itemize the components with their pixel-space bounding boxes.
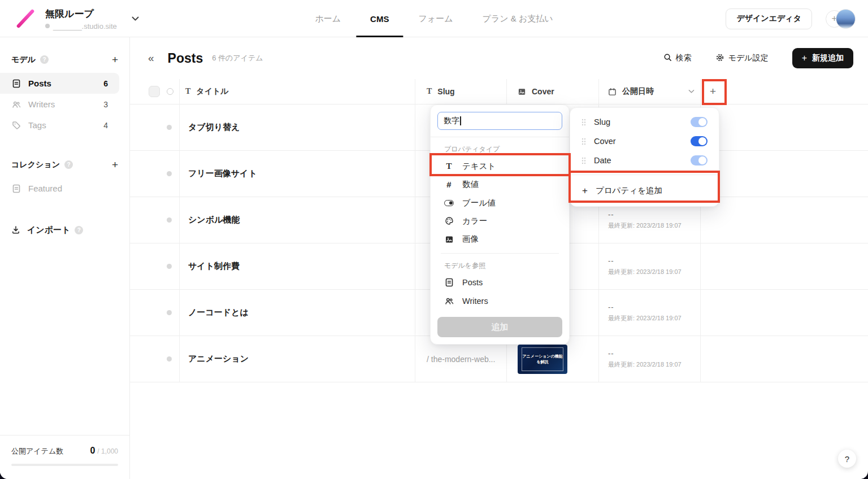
- search-icon: [663, 53, 672, 63]
- status-dot: [167, 217, 172, 223]
- import-help-icon[interactable]: ?: [75, 226, 83, 234]
- add-property-submit-button[interactable]: 追加: [437, 317, 562, 337]
- drag-handle-icon[interactable]: [581, 138, 586, 145]
- select-header-cell: [130, 79, 180, 104]
- add-property-column-button[interactable]: +: [710, 85, 716, 98]
- property-name-input[interactable]: 数字: [437, 112, 562, 130]
- text-type-icon: T: [444, 162, 454, 171]
- site-switcher[interactable]: 無限ループ _______.studio.site: [0, 0, 139, 37]
- tab-plan-billing[interactable]: プラン & お支払い: [483, 0, 553, 37]
- drag-handle-icon[interactable]: [581, 157, 586, 164]
- select-all-checkbox[interactable]: [149, 86, 160, 97]
- plus-icon: +: [582, 185, 588, 197]
- add-new-item-button[interactable]: + 新規追加: [792, 48, 853, 68]
- column-toggle-cover: Cover: [570, 132, 719, 151]
- row-title: フリー画像サイト: [185, 168, 257, 179]
- column-toggle-date: Date: [570, 151, 719, 170]
- tab-cms[interactable]: CMS: [370, 0, 389, 37]
- text-caret: [460, 116, 461, 125]
- property-type-image[interactable]: 画像: [431, 230, 569, 249]
- row-extra-cell: [701, 197, 868, 243]
- text-type-icon: T: [185, 87, 190, 96]
- column-header-cover[interactable]: Cover: [507, 79, 599, 104]
- property-type-popup: 数字 プロパティタイプ T テキスト # 数値 ブール値 カラー 画像: [430, 104, 570, 345]
- tab-forms[interactable]: フォーム: [418, 0, 453, 37]
- table-header-row: T タイトル T Slug Cover 公開日時: [130, 79, 868, 104]
- toggle-type-icon: [444, 198, 454, 208]
- column-visibility-popup: Slug Cover Date + プロパティを追加: [570, 107, 719, 207]
- topbar: 無限ループ _______.studio.site ホーム CMS フォーム プ…: [0, 0, 868, 37]
- row-title: アニメーション: [185, 354, 249, 364]
- row-title: サイト制作費: [185, 261, 240, 272]
- site-domain: _______.studio.site: [45, 22, 117, 31]
- people-icon: [11, 99, 21, 109]
- avatar[interactable]: [836, 9, 856, 29]
- add-column-cell: +: [701, 79, 868, 104]
- column-label: タイトル: [196, 86, 228, 97]
- people-icon: [444, 296, 454, 306]
- document-icon: [444, 278, 454, 288]
- cover-thumbnail[interactable]: アニメーションの機能を解説: [518, 345, 567, 374]
- column-header-date[interactable]: 公開日時: [599, 79, 701, 104]
- cover-visibility-toggle[interactable]: [691, 136, 708, 146]
- import-label: インポート: [27, 225, 70, 236]
- property-type-number[interactable]: # 数値: [431, 175, 569, 193]
- sidebar-item-tags[interactable]: Tags 4: [0, 115, 119, 136]
- collections-help-icon[interactable]: ?: [64, 160, 73, 169]
- sidebar-item-featured[interactable]: Featured: [0, 178, 119, 199]
- row-title-cell: サイト制作費: [180, 243, 415, 289]
- row-extra-cell: [701, 336, 868, 382]
- drag-handle-icon[interactable]: [581, 119, 586, 126]
- column-label: Cover: [532, 87, 554, 96]
- document-icon: [11, 79, 21, 88]
- site-status-dot: [45, 24, 50, 28]
- status-dot: [167, 310, 172, 315]
- row-title: タブ切り替え: [185, 122, 240, 133]
- add-property-menu-item[interactable]: + プロパティを追加: [570, 175, 719, 206]
- cover-thumbnail-text: アニメーションの機能を解説: [518, 354, 567, 365]
- model-ref-section-label: モデルを参照: [431, 254, 569, 273]
- page-title: Posts: [168, 51, 203, 66]
- column-header-title[interactable]: T タイトル: [180, 79, 415, 104]
- palette-icon: [444, 216, 454, 226]
- sidebar-item-import[interactable]: インポート ?: [0, 225, 129, 236]
- chevron-down-icon[interactable]: [688, 89, 695, 94]
- property-type-boolean[interactable]: ブール値: [431, 194, 569, 212]
- help-button[interactable]: ?: [838, 450, 856, 468]
- slug-visibility-toggle[interactable]: [691, 117, 708, 127]
- property-type-color[interactable]: カラー: [431, 212, 569, 230]
- models-section-header: モデル ? +: [0, 54, 129, 65]
- sidebar-item-posts[interactable]: Posts 6: [0, 73, 119, 94]
- tab-home[interactable]: ホーム: [315, 0, 341, 37]
- sidebar-item-writers[interactable]: Writers 3: [0, 94, 119, 115]
- search-label: 検索: [676, 53, 692, 63]
- row-title-cell: フリー画像サイト: [180, 151, 415, 197]
- row-date-cell: --最終更新: 2023/2/18 19:07: [599, 336, 701, 382]
- add-model-button[interactable]: +: [112, 54, 118, 65]
- row-title: シンボル機能: [185, 215, 240, 225]
- published-count: 0: [90, 446, 95, 456]
- column-label: Slug: [437, 87, 454, 96]
- column-label: 公開日時: [622, 86, 654, 97]
- collapse-sidebar-button[interactable]: «: [148, 52, 154, 64]
- model-ref-posts[interactable]: Posts: [431, 273, 569, 291]
- item-count-badge: 4: [103, 121, 108, 130]
- design-editor-button[interactable]: デザインエディタ: [726, 8, 812, 29]
- property-type-text[interactable]: T テキスト: [431, 157, 569, 175]
- property-name-value: 数字: [444, 116, 459, 126]
- search-button[interactable]: 検索: [663, 53, 692, 63]
- chevron-down-icon[interactable]: [132, 14, 139, 24]
- date-visibility-toggle[interactable]: [691, 155, 708, 166]
- calendar-icon: [608, 88, 617, 96]
- models-help-icon[interactable]: ?: [40, 55, 49, 64]
- sidebar-item-label: Tags: [28, 120, 46, 130]
- column-header-slug[interactable]: T Slug: [415, 79, 507, 104]
- tag-icon: [11, 120, 21, 130]
- model-settings-button[interactable]: モデル設定: [715, 53, 769, 64]
- model-ref-writers[interactable]: Writers: [431, 292, 569, 310]
- sidebar-item-label: Featured: [28, 184, 62, 193]
- plus-icon: +: [802, 53, 807, 63]
- sidebar: モデル ? + Posts 6 Writers 3 Tags 4: [0, 37, 130, 479]
- studio-logo: [16, 9, 34, 29]
- add-collection-button[interactable]: +: [112, 159, 118, 170]
